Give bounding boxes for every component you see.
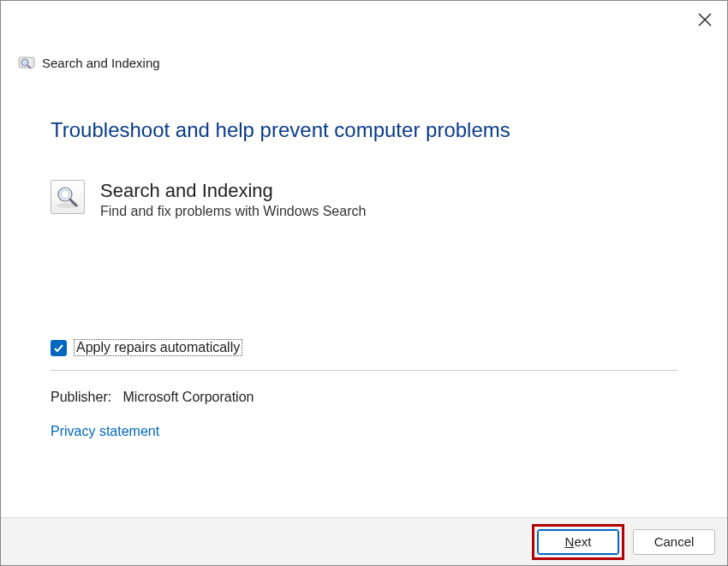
header-title: Search and Indexing xyxy=(42,56,160,70)
privacy-statement-link[interactable]: Privacy statement xyxy=(51,424,677,439)
publisher-label: Publisher: xyxy=(51,390,111,404)
svg-point-3 xyxy=(21,59,28,66)
divider xyxy=(51,370,677,371)
next-button-label: Next xyxy=(565,534,592,549)
close-button[interactable] xyxy=(696,11,713,28)
module-text: Search and Indexing Find and fix problem… xyxy=(100,180,366,219)
checkmark-icon xyxy=(53,343,64,354)
window-header: Search and Indexing xyxy=(1,42,727,71)
cancel-button-label: Cancel xyxy=(654,534,695,549)
footer: Next Cancel xyxy=(1,517,727,565)
module-title: Search and Indexing xyxy=(100,180,366,202)
close-icon xyxy=(698,13,712,27)
apply-repairs-checkbox[interactable] xyxy=(51,340,67,356)
svg-point-7 xyxy=(61,190,69,199)
troubleshooter-icon xyxy=(18,54,35,71)
module-description: Find and fix problems with Windows Searc… xyxy=(100,204,366,219)
cancel-button[interactable]: Cancel xyxy=(633,529,715,555)
main-heading: Troubleshoot and help prevent computer p… xyxy=(51,118,677,142)
content-area: Troubleshoot and help prevent computer p… xyxy=(1,71,727,439)
apply-repairs-label[interactable]: Apply repairs automatically xyxy=(74,339,242,356)
module-row: Search and Indexing Find and fix problem… xyxy=(51,180,677,219)
next-button[interactable]: Next xyxy=(537,529,619,555)
apply-repairs-row: Apply repairs automatically xyxy=(51,339,677,356)
highlight-box: Next xyxy=(532,524,624,560)
publisher-value: Microsoft Corporation xyxy=(123,390,254,404)
publisher-row: Publisher: Microsoft Corporation xyxy=(51,390,677,405)
search-indexing-icon xyxy=(51,180,85,214)
